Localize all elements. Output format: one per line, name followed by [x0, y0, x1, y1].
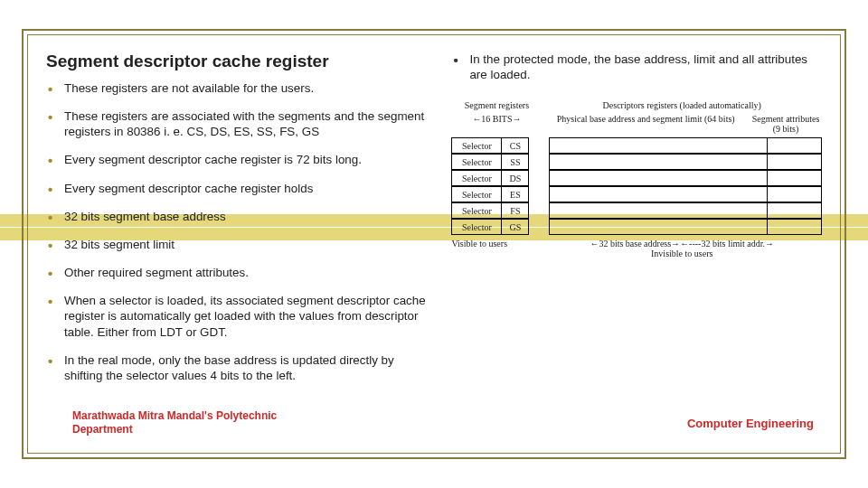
attr-cell	[768, 219, 822, 235]
table-row: Selector FS	[451, 202, 822, 219]
list-item: These registers are not available for th…	[46, 80, 426, 96]
footer-org: Marathwada Mitra Mandal's Polytechnic De…	[72, 409, 277, 437]
table-row: Selector CS	[451, 137, 822, 154]
table-row: Selector DS	[451, 170, 822, 186]
descriptor-cell	[549, 186, 768, 202]
list-item: Every segment descriptor cache register …	[46, 181, 426, 196]
selector-cell: Selector	[451, 137, 502, 154]
attr-cell	[768, 202, 822, 219]
diagram-table: Selector CS Selector SS	[451, 137, 822, 235]
right-bullet-list: In the protected mode, the base address,…	[451, 52, 822, 82]
list-item: These registers are associated with the …	[46, 108, 426, 139]
left-column: Segment descriptor cache register These …	[46, 52, 426, 396]
diagram-sub-base: Physical base address and segment limit …	[542, 114, 750, 124]
selector-cell: Selector	[451, 154, 502, 170]
diagram-header-left: Segment registers	[451, 100, 542, 110]
left-bullet-list: These registers are not available for th…	[46, 80, 426, 383]
list-item: In the protected mode, the base address,…	[451, 52, 822, 82]
register-cell: CS	[502, 137, 529, 154]
attr-cell	[768, 186, 822, 202]
list-item: Other required segment attributes.	[46, 265, 426, 280]
slide-frame-outer: Segment descriptor cache register These …	[22, 29, 846, 459]
descriptor-cell	[549, 137, 768, 154]
descriptor-cell	[549, 154, 768, 170]
register-cell: GS	[502, 219, 529, 235]
register-cell: SS	[502, 154, 529, 170]
selector-cell: Selector	[451, 219, 502, 235]
descriptor-cell	[549, 202, 768, 219]
diagram-sub-left: ←16 BITS→	[451, 114, 542, 124]
attr-cell	[768, 154, 822, 170]
diagram-header-right: Descriptors registers (loaded automatica…	[542, 100, 822, 110]
selector-cell: Selector	[451, 186, 502, 202]
diagram-bottom-right: ←32 bits base address→←----32 bits limit…	[542, 239, 822, 258]
descriptor-cell	[549, 170, 768, 186]
table-row: Selector SS	[451, 154, 822, 170]
list-item: 32 bits segment limit	[46, 237, 426, 252]
register-cell: ES	[502, 186, 529, 202]
list-item: 32 bits segment base address	[46, 209, 426, 224]
list-item: When a selector is loaded, its associate…	[46, 293, 426, 339]
footer-dept: Computer Engineering	[687, 417, 814, 430]
slide-frame-inner: Segment descriptor cache register These …	[27, 34, 841, 454]
register-cell: FS	[502, 202, 529, 219]
diagram-sub-attr: Segment attributes (9 bits)	[750, 114, 822, 134]
list-item: Every segment descriptor cache register …	[46, 152, 426, 167]
table-row: Selector ES	[451, 186, 822, 202]
attr-cell	[768, 137, 822, 154]
selector-cell: Selector	[451, 202, 502, 219]
right-column: In the protected mode, the base address,…	[451, 52, 822, 396]
slide-title: Segment descriptor cache register	[46, 52, 426, 71]
register-diagram: Segment registers Descriptors registers …	[451, 100, 822, 258]
register-cell: DS	[502, 170, 529, 186]
diagram-bottom-left: Visible to users	[451, 239, 542, 258]
selector-cell: Selector	[451, 170, 502, 186]
attr-cell	[768, 170, 822, 186]
list-item: In the real mode, only the base address …	[46, 352, 426, 383]
descriptor-cell	[549, 219, 768, 235]
table-row: Selector GS	[451, 219, 822, 235]
